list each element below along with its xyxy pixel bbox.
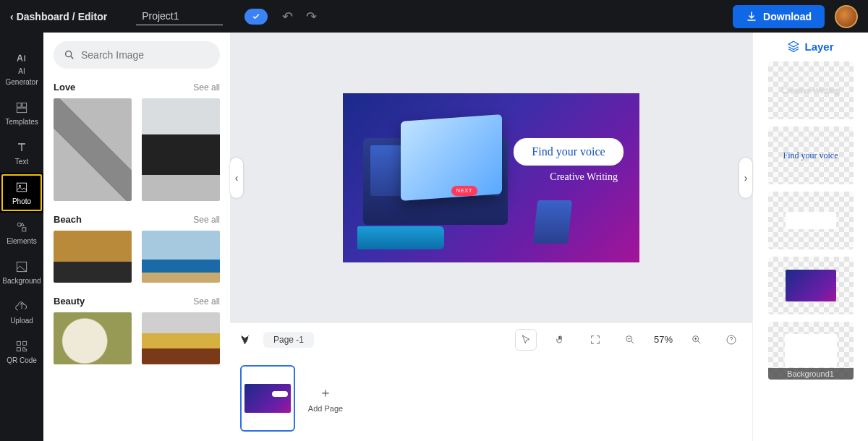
design-headline[interactable]: Find your voice: [514, 138, 624, 166]
page-thumbnail-1[interactable]: [240, 365, 295, 432]
design-canvas[interactable]: NEXT Find your voice Creative Writing: [343, 93, 639, 262]
user-avatar[interactable]: [835, 5, 858, 28]
layer-item-background[interactable]: [768, 322, 854, 380]
layer-item-text-1[interactable]: Creative Writing: [768, 61, 854, 119]
chevron-left-icon: ‹: [10, 11, 14, 22]
top-bar: ‹ Dashboard / Editor Project1 ↶ ↷ Downlo…: [0, 0, 868, 33]
plus-icon: ＋: [319, 384, 332, 401]
download-label: Download: [763, 11, 812, 22]
rail-background[interactable]: Background: [0, 252, 43, 292]
svg-rect-1: [22, 103, 27, 107]
svg-rect-0: [17, 103, 21, 107]
collapse-right-button[interactable]: ›: [739, 158, 752, 198]
stock-image[interactable]: [54, 98, 132, 201]
help-button[interactable]: [720, 329, 742, 351]
svg-rect-8: [17, 341, 20, 345]
photo-panel: Love See all Beach See all Beauty See al…: [43, 33, 230, 441]
download-button[interactable]: Download: [733, 5, 825, 28]
hand-tool[interactable]: [550, 329, 571, 351]
zoom-percentage[interactable]: 57%: [654, 334, 673, 345]
svg-rect-10: [17, 348, 20, 351]
breadcrumb-current: Editor: [78, 11, 107, 22]
layers-icon: [787, 40, 800, 53]
tool-rail: AI Generator Templates Text Photo Elemen…: [0, 33, 43, 441]
stock-image[interactable]: [54, 312, 132, 364]
breadcrumb[interactable]: ‹ Dashboard / Editor: [10, 11, 107, 22]
redo-button[interactable]: ↷: [306, 9, 317, 25]
download-icon: [746, 11, 757, 22]
stock-image[interactable]: [54, 231, 132, 283]
layer-panel: Layer Creative Writing Find your voice: [752, 33, 868, 441]
project-name-field[interactable]: Project1: [136, 7, 223, 25]
category-love-seeall[interactable]: See all: [193, 82, 220, 93]
background-icon: [14, 260, 29, 274]
breadcrumb-separator: /: [72, 11, 75, 22]
rail-ai-generator[interactable]: AI Generator: [0, 43, 43, 93]
search-wrap[interactable]: [54, 41, 220, 69]
svg-rect-3: [17, 183, 26, 192]
cursor-tool[interactable]: [515, 329, 537, 351]
stock-image[interactable]: [142, 312, 220, 364]
rail-templates[interactable]: Templates: [0, 93, 43, 133]
rail-qrcode[interactable]: QR Code: [0, 332, 43, 372]
rail-text[interactable]: Text: [0, 133, 43, 173]
layer-panel-header[interactable]: Layer: [787, 40, 833, 53]
layer-item-text-2[interactable]: Find your voice: [768, 127, 854, 184]
layer-item-shape[interactable]: [768, 192, 854, 249]
add-page-button[interactable]: ＋ Add Page: [305, 365, 346, 432]
svg-rect-9: [23, 341, 27, 345]
qrcode-icon: [14, 339, 29, 354]
breadcrumb-back: Dashboard: [17, 11, 69, 22]
design-subtitle[interactable]: Creative Writing: [550, 171, 618, 183]
search-input[interactable]: [81, 49, 210, 61]
elements-icon: [14, 220, 29, 234]
zoom-in-button[interactable]: [686, 329, 707, 351]
illustration-book: [357, 226, 444, 249]
category-beauty-seeall[interactable]: See all: [193, 296, 220, 307]
category-beauty-title: Beauty: [54, 296, 85, 307]
canvas-stage[interactable]: ‹ › NEXT Find your voice Creative Writin…: [230, 33, 752, 322]
ai-icon: [14, 50, 29, 64]
zoom-out-button[interactable]: [619, 329, 641, 351]
saved-indicator[interactable]: [244, 9, 268, 25]
text-icon: [14, 140, 29, 155]
page-indicator[interactable]: Page -1: [263, 332, 314, 348]
svg-point-11: [66, 51, 72, 57]
add-page-label: Add Page: [308, 404, 343, 413]
fullscreen-button[interactable]: [584, 329, 606, 351]
templates-icon: [14, 100, 29, 115]
svg-rect-2: [17, 108, 26, 113]
rail-elements[interactable]: Elements: [0, 213, 43, 252]
photo-icon: [14, 180, 29, 194]
svg-rect-6: [22, 228, 26, 231]
canvas-bottom-bar: ⮟ Page -1 57%: [230, 322, 752, 356]
chevron-down-double-icon[interactable]: ⮟: [240, 334, 250, 346]
illustration-next-badge: NEXT: [451, 186, 477, 196]
canvas-column: ‹ › NEXT Find your voice Creative Writin…: [230, 33, 752, 441]
stock-image[interactable]: [142, 231, 220, 283]
rail-upload[interactable]: Upload: [0, 292, 43, 332]
stock-image[interactable]: [142, 98, 220, 201]
check-icon: [252, 12, 260, 21]
upload-icon: [14, 299, 29, 314]
svg-point-4: [19, 185, 21, 187]
category-love-title: Love: [54, 82, 75, 93]
undo-button[interactable]: ↶: [282, 9, 293, 25]
search-icon: [64, 49, 75, 61]
collapse-left-button[interactable]: ‹: [230, 158, 243, 198]
page-thumbnail-preview: [244, 384, 291, 413]
pages-strip: ＋ Add Page: [230, 356, 752, 441]
layer-item-image[interactable]: [768, 257, 854, 314]
rail-photo[interactable]: Photo: [0, 173, 43, 213]
category-beach-seeall[interactable]: See all: [193, 215, 220, 225]
category-beach-title: Beach: [54, 214, 82, 225]
illustration-tablet: [533, 200, 572, 244]
